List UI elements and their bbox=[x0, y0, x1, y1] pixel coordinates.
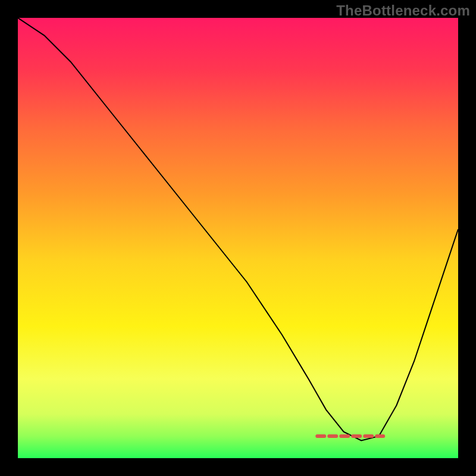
chart-frame: TheBottleneck.com bbox=[0, 0, 476, 476]
plot-area bbox=[18, 18, 458, 458]
plot-svg bbox=[18, 18, 458, 458]
gradient-background bbox=[18, 18, 458, 458]
watermark-text: TheBottleneck.com bbox=[336, 2, 470, 19]
